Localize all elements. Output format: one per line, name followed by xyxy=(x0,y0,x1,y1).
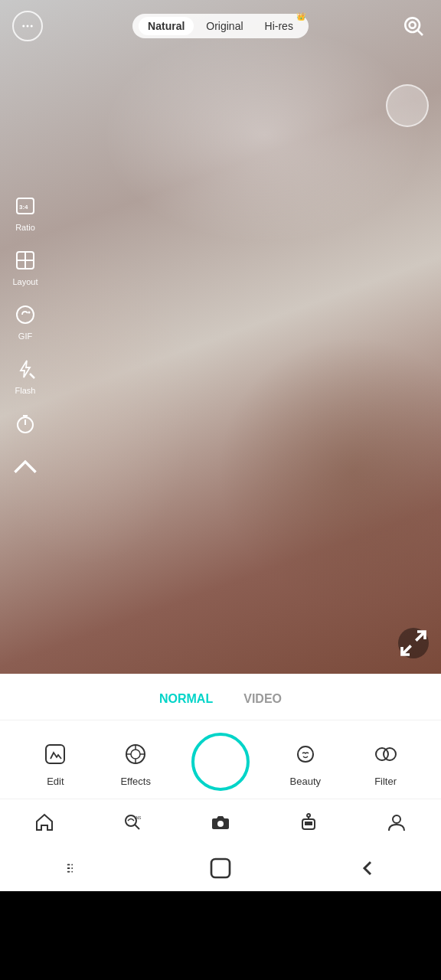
svg-line-13 xyxy=(30,374,34,378)
expand-controls-button[interactable] xyxy=(11,455,40,478)
svg-text:3:4: 3:4 xyxy=(19,204,28,211)
svg-rect-35 xyxy=(71,867,73,869)
shutter-row: Edit Effects xyxy=(0,720,441,799)
gif-control[interactable]: GIF xyxy=(11,300,40,341)
beauty-icon xyxy=(289,737,322,771)
ratio-label: Ratio xyxy=(15,223,35,232)
svg-line-5 xyxy=(417,30,423,35)
home-icon xyxy=(32,810,57,835)
timer-icon xyxy=(11,409,40,438)
person-icon xyxy=(384,810,409,835)
lens-icon: INS xyxy=(120,810,145,835)
mode-natural[interactable]: Natural xyxy=(139,17,194,35)
svg-rect-33 xyxy=(71,864,73,866)
gif-label: GIF xyxy=(18,332,32,341)
flash-label: Flash xyxy=(15,386,36,395)
filter-tool[interactable]: Filter xyxy=(361,737,410,787)
tab-video[interactable]: VIDEO xyxy=(243,689,282,709)
nav-assistant[interactable] xyxy=(287,807,330,838)
svg-rect-36 xyxy=(67,871,70,873)
svg-point-30 xyxy=(307,814,310,817)
svg-rect-37 xyxy=(71,871,73,873)
effects-icon xyxy=(119,737,152,771)
svg-point-31 xyxy=(393,815,400,823)
svg-point-4 xyxy=(410,22,416,28)
bottom-nav: INS xyxy=(0,799,441,848)
svg-point-25 xyxy=(217,821,224,827)
beauty-label: Beauty xyxy=(290,776,321,787)
nav-lens[interactable]: INS xyxy=(111,807,154,838)
expand-button[interactable] xyxy=(398,628,429,658)
edit-icon xyxy=(38,737,72,771)
mode-hires[interactable]: Hi-res xyxy=(256,17,302,35)
camera-nav-icon xyxy=(208,810,233,835)
scan-button[interactable] xyxy=(398,11,429,41)
timer-control[interactable] xyxy=(11,409,40,438)
shutter-button[interactable] xyxy=(191,733,250,791)
filter-icon xyxy=(369,737,403,771)
nav-home[interactable] xyxy=(23,807,66,838)
svg-rect-32 xyxy=(67,864,70,866)
bottom-panel: NORMAL VIDEO Edit Effects xyxy=(0,674,441,891)
side-controls: 3:4 Ratio Layout xyxy=(11,191,40,478)
ratio-control[interactable]: 3:4 Ratio xyxy=(11,191,40,232)
svg-point-1 xyxy=(27,25,29,28)
svg-point-2 xyxy=(31,25,33,28)
layout-icon xyxy=(11,246,40,275)
edit-label: Edit xyxy=(47,776,64,787)
svg-text:INS: INS xyxy=(135,815,142,820)
tab-normal[interactable]: NORMAL xyxy=(159,689,213,709)
flash-icon xyxy=(11,354,40,384)
beauty-tool[interactable]: Beauty xyxy=(281,737,330,787)
nav-profile[interactable] xyxy=(375,807,418,838)
shutter-inner xyxy=(198,740,243,784)
nav-camera[interactable] xyxy=(199,807,242,838)
edit-tool[interactable]: Edit xyxy=(31,737,80,787)
top-bar: Natural Original Hi-res xyxy=(0,0,441,52)
svg-rect-28 xyxy=(309,822,312,825)
svg-point-11 xyxy=(17,306,34,323)
system-nav xyxy=(0,848,441,891)
camera-viewfinder: Natural Original Hi-res 3:4 Ratio xyxy=(0,0,441,674)
svg-line-23 xyxy=(135,825,139,829)
svg-point-0 xyxy=(22,25,24,28)
effects-label: Effects xyxy=(120,776,151,787)
ratio-icon: 3:4 xyxy=(11,191,40,220)
svg-point-12 xyxy=(28,312,31,314)
thumbnail-preview[interactable] xyxy=(386,84,429,127)
sys-back-button[interactable] xyxy=(355,856,380,880)
mode-selector: Natural Original Hi-res xyxy=(132,14,309,38)
svg-rect-27 xyxy=(305,822,308,825)
flash-control[interactable]: Flash xyxy=(11,354,40,395)
svg-rect-38 xyxy=(211,859,230,877)
robot-icon xyxy=(296,810,321,835)
gif-icon xyxy=(11,300,40,329)
layout-label: Layout xyxy=(12,277,38,286)
svg-point-21 xyxy=(384,748,396,760)
svg-rect-34 xyxy=(67,867,70,869)
sys-home-button[interactable] xyxy=(208,856,233,880)
effects-tool[interactable]: Effects xyxy=(111,737,160,787)
filter-label: Filter xyxy=(374,776,397,787)
sys-menu-button[interactable] xyxy=(61,856,86,880)
more-button[interactable] xyxy=(12,11,43,41)
camera-tabs: NORMAL VIDEO xyxy=(0,674,441,720)
mode-original[interactable]: Original xyxy=(197,17,252,35)
layout-control[interactable]: Layout xyxy=(11,246,40,286)
svg-point-19 xyxy=(131,750,140,759)
svg-point-3 xyxy=(405,18,420,32)
